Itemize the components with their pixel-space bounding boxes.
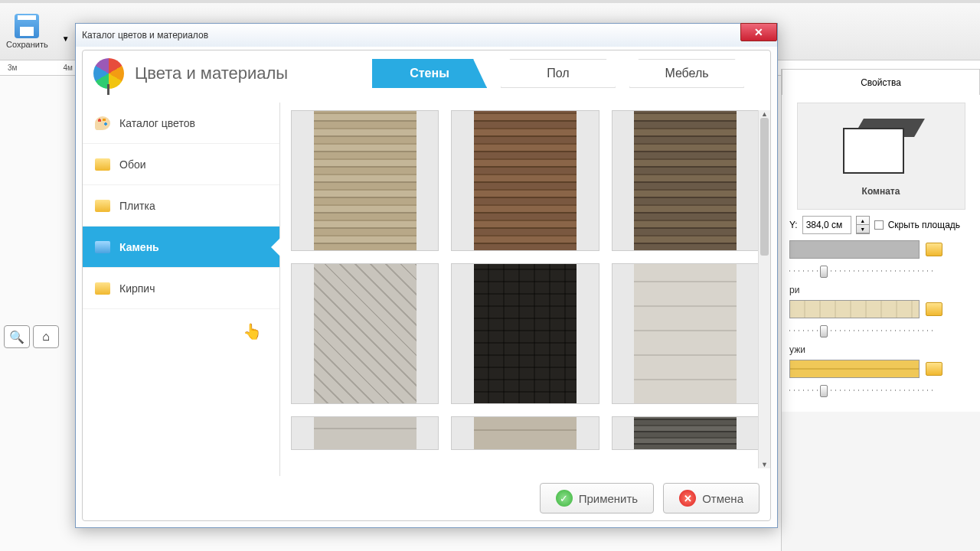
section-label-1: ри <box>789 285 972 295</box>
room-label: Комната <box>862 186 900 197</box>
apply-button[interactable]: ✓ Применить <box>540 483 655 514</box>
y-input[interactable] <box>802 216 851 234</box>
close-icon: ✕ <box>754 26 763 38</box>
folder-icon <box>95 158 110 171</box>
slider-2[interactable] <box>789 323 935 338</box>
texture-swatch-3[interactable] <box>789 360 920 378</box>
scroll-down-icon[interactable]: ▼ <box>761 461 768 468</box>
folder-icon <box>95 200 110 212</box>
save-icon <box>15 14 39 38</box>
save-dropdown-arrow[interactable]: ▼ <box>62 34 70 43</box>
hide-area-checkbox[interactable] <box>874 220 884 230</box>
magnifier-icon: 🔍 <box>9 330 24 344</box>
folder-icon <box>95 282 110 295</box>
folder-icon <box>95 241 110 253</box>
sidebar-item-stone[interactable]: Камень <box>83 227 279 268</box>
home-button[interactable]: ⌂ <box>33 325 59 348</box>
texture-thumb[interactable] <box>612 110 760 251</box>
y-label: Y: <box>789 220 798 230</box>
room-preview: Комната <box>797 103 965 210</box>
browse-folder-icon[interactable] <box>926 302 942 316</box>
section-label-2: ужи <box>789 344 972 355</box>
tab-furniture[interactable]: Мебель <box>629 59 744 88</box>
slider-1[interactable] <box>789 263 935 279</box>
save-label: Сохранить <box>6 40 48 49</box>
umbrella-icon <box>93 58 124 89</box>
scrollbar[interactable]: ▲ ▼ <box>758 110 770 468</box>
texture-thumb[interactable] <box>291 416 439 450</box>
texture-thumb[interactable] <box>291 110 439 251</box>
tab-floor[interactable]: Пол <box>501 59 616 88</box>
tab-properties[interactable]: Свойства <box>782 69 980 95</box>
texture-thumb[interactable] <box>451 263 599 404</box>
zoom-button[interactable]: 🔍 <box>4 325 30 348</box>
home-icon: ⌂ <box>42 330 50 344</box>
tab-walls[interactable]: Стены <box>372 59 487 88</box>
cancel-icon: ✕ <box>679 490 696 507</box>
sidebar-item-wallpaper[interactable]: Обои <box>83 144 279 185</box>
palette-icon <box>95 116 110 130</box>
cancel-button[interactable]: ✕ Отмена <box>663 483 760 514</box>
hide-area-label: Скрыть площадь <box>888 220 960 230</box>
scrollbar-thumb[interactable] <box>760 118 769 256</box>
texture-thumb[interactable] <box>291 263 439 404</box>
materials-dialog: Каталог цветов и материалов ✕ Цвета и ма… <box>75 23 778 528</box>
scroll-up-icon[interactable]: ▲ <box>761 110 768 118</box>
texture-thumb[interactable] <box>612 416 760 450</box>
dialog-header-title: Цвета и материалы <box>135 64 361 83</box>
texture-thumb[interactable] <box>612 263 760 404</box>
browse-folder-icon[interactable] <box>926 362 942 376</box>
sidebar-item-colors[interactable]: Каталог цветов <box>83 103 279 144</box>
save-button[interactable]: Сохранить <box>6 14 48 49</box>
texture-swatch-1[interactable] <box>789 240 920 259</box>
close-button[interactable]: ✕ <box>740 23 777 41</box>
sidebar-item-brick[interactable]: Кирпич <box>83 268 279 309</box>
texture-thumb[interactable] <box>451 110 599 251</box>
check-icon: ✓ <box>556 490 573 507</box>
browse-folder-icon[interactable] <box>926 243 942 256</box>
sidebar-item-tile[interactable]: Плитка <box>83 185 279 227</box>
texture-swatch-2[interactable] <box>789 300 920 318</box>
y-spinner[interactable]: ▲▼ <box>856 216 870 234</box>
dialog-title: Каталог цветов и материалов <box>76 24 777 47</box>
slider-3[interactable] <box>789 383 935 398</box>
texture-thumb[interactable] <box>451 416 599 450</box>
